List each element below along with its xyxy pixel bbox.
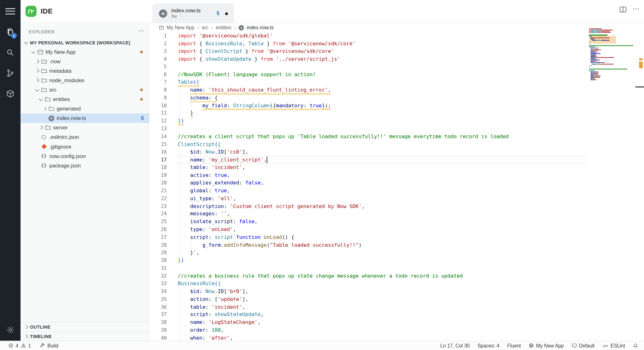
code-line-8[interactable]: 8 name: 'this_should_cause_flunt_linting… — [149, 86, 644, 94]
code-line-31[interactable]: 31 — [149, 264, 644, 272]
chevron-right-icon[interactable] — [34, 68, 41, 74]
code-text: table: 'incident', — [178, 164, 245, 172]
code-line-26[interactable]: 26 type: 'onLoad', — [149, 226, 644, 234]
line-number: 30 — [149, 257, 178, 265]
chevron-down-icon[interactable] — [34, 87, 41, 93]
tree-item-generated[interactable]: generated — [20, 104, 149, 113]
explorer-tree: My New App.nowmetadatanode_modulessrcent… — [20, 47, 149, 170]
code-line-29[interactable]: 29 }`, — [149, 249, 644, 257]
code-line-33[interactable]: 33BusinessRule({ — [149, 280, 644, 288]
editor: My New App › src › entities › n index.no… — [149, 23, 644, 341]
code-line-30[interactable]: 30}) — [149, 257, 644, 265]
breadcrumb-src[interactable]: src — [202, 25, 208, 30]
tree-item-label: .now — [49, 58, 61, 65]
code-line-15[interactable]: 15ClientScript({ — [149, 140, 644, 148]
workspace-row[interactable]: MY PERSONAL WORKSPACE (WORKSPACE) — [20, 38, 149, 47]
tree-item-metadata[interactable]: metadata — [20, 66, 149, 76]
tree-item-server[interactable]: server — [20, 123, 149, 133]
code-line-7[interactable]: 7Table({ — [149, 79, 644, 87]
indentation[interactable]: Spaces: 4 — [477, 343, 499, 348]
problems-warnings[interactable]: 1 — [20, 343, 31, 348]
tree-item-.now[interactable]: .now — [20, 57, 149, 66]
code-line-11[interactable]: 11 } — [149, 110, 644, 117]
explorer-activity-icon[interactable]: 1 — [0, 22, 20, 42]
outline-section[interactable]: OUTLINE — [20, 322, 149, 331]
tree-item-My New App[interactable]: My New App — [20, 47, 149, 57]
code-line-36[interactable]: 36 table: 'incident', — [149, 303, 644, 311]
code-line-13[interactable]: 13 — [149, 125, 644, 133]
chevron-down-icon[interactable] — [38, 96, 45, 103]
timeline-section[interactable]: TIMELINE — [20, 331, 149, 341]
chevron-right-icon[interactable] — [42, 105, 48, 112]
code-line-1[interactable]: 1import '@servicenow/sdk/global' — [149, 32, 644, 40]
code-line-35[interactable]: 35 action: ['update'], — [149, 296, 644, 303]
code-line-5[interactable]: 5 — [149, 63, 644, 71]
code-line-6[interactable]: 6//NowSDK (Fluent) language support in a… — [149, 71, 644, 79]
line-number: 15 — [149, 140, 178, 148]
code-line-17[interactable]: 17 name: 'my_client_script', — [149, 156, 644, 164]
more-actions-icon[interactable]: ⋯ — [632, 7, 640, 14]
code-text: type: 'onLoad', — [178, 226, 236, 234]
tree-item-node_modules[interactable]: node_modules — [20, 76, 149, 85]
code-line-22[interactable]: 22 ui_type: 'all', — [149, 195, 644, 203]
tree-item-index.now.ts[interactable]: nindex.now.ts5 — [20, 113, 149, 123]
code-line-4[interactable]: 4import { showStateUpdate } from '../ser… — [149, 55, 644, 63]
settings-gear-icon[interactable] — [0, 324, 20, 336]
code-line-16[interactable]: 16 $id: Now.ID['cs0'], — [149, 148, 644, 156]
code-line-40[interactable]: 40 when: 'after', — [149, 334, 644, 341]
code-line-10[interactable]: 10 my_field: StringColumn({mandatory: tr… — [149, 102, 644, 110]
breadcrumb-entities[interactable]: entities — [216, 25, 231, 30]
code-line-2[interactable]: 2import { BusinessRule, Table } from '@s… — [149, 40, 644, 48]
tab-index-now-ts[interactable]: n index.now.ts file 5 — [153, 3, 234, 23]
tree-item-now.config.json[interactable]: {}now.config.json — [20, 151, 149, 161]
profile[interactable]: Default — [572, 343, 595, 348]
code-line-39[interactable]: 39 order: 100, — [149, 326, 644, 334]
code-line-34[interactable]: 34 $id: Now.ID['br0'], — [149, 288, 644, 296]
code-line-9[interactable]: 9 schema: { — [149, 94, 644, 102]
chevron-down-icon[interactable] — [31, 49, 37, 55]
chevron-right-icon[interactable] — [34, 77, 41, 84]
code-line-32[interactable]: 32//creates a business rule that pops up… — [149, 272, 644, 280]
minimap[interactable] — [589, 28, 638, 90]
tree-item-.gitignore[interactable]: .gitignore — [20, 142, 149, 151]
code-line-19[interactable]: 19 active: true, — [149, 172, 644, 179]
code-line-18[interactable]: 18 table: 'incident', — [149, 164, 644, 172]
menu-icon[interactable] — [5, 8, 15, 15]
tree-item-src[interactable]: src — [20, 85, 149, 94]
chevron-right-icon[interactable] — [34, 58, 41, 65]
code-text: $id: Now.ID['br0'], — [178, 288, 248, 296]
build-button[interactable]: Build — [40, 343, 58, 348]
overview-ruler[interactable] — [638, 23, 644, 341]
code-line-3[interactable]: 3import { ClientScript } from '@servicen… — [149, 48, 644, 55]
code-line-21[interactable]: 21 global: true, — [149, 187, 644, 195]
source-control-activity-icon[interactable] — [0, 63, 20, 83]
code-line-20[interactable]: 20 applies_extended: false, — [149, 179, 644, 187]
tree-item-package.json[interactable]: {}package.json — [20, 161, 149, 170]
chevron-right-icon[interactable] — [38, 124, 45, 131]
breadcrumb-file[interactable]: index.now.ts — [247, 25, 274, 30]
language-mode[interactable]: Fluent — [507, 343, 521, 348]
package-activity-icon[interactable] — [0, 83, 20, 104]
code-line-37[interactable]: 37 script: showStateUpdate, — [149, 311, 644, 319]
code-line-24[interactable]: 24 messages: '', — [149, 210, 644, 218]
explorer-more-icon[interactable]: ⋯ — [138, 29, 144, 34]
tree-item-.eslintrc.json[interactable]: .eslintrc.json — [20, 133, 149, 142]
code-line-38[interactable]: 38 name: 'LogStateChange', — [149, 319, 644, 327]
problems-errors[interactable]: 4 — [8, 343, 18, 348]
search-activity-icon[interactable] — [0, 42, 20, 63]
code-line-27[interactable]: 27 script: script`function onLoad() { — [149, 234, 644, 241]
code-line-12[interactable]: 12}) — [149, 117, 644, 125]
code-line-23[interactable]: 23 description: 'Custom client script ge… — [149, 202, 644, 210]
tree-item-entities[interactable]: entities — [20, 94, 149, 104]
notifications[interactable] — [633, 343, 638, 348]
code-lines[interactable]: 1import '@servicenow/sdk/global'2import … — [149, 32, 644, 341]
code-line-25[interactable]: 25 isolate_script: false, — [149, 218, 644, 226]
split-editor-icon[interactable] — [619, 6, 627, 14]
app-scope[interactable]: My New App — [529, 343, 564, 348]
cursor-position[interactable]: Ln 17, Col 30 — [440, 343, 469, 348]
code-line-14[interactable]: 14//creates a client script that pops up… — [149, 133, 644, 141]
breadcrumb-app[interactable]: My New App — [167, 25, 194, 30]
eslint-status[interactable]: ESLint — [602, 343, 625, 348]
code-line-28[interactable]: 28 g_form.addInfoMessage("Table loaded s… — [149, 241, 644, 249]
line-number: 16 — [149, 148, 178, 156]
